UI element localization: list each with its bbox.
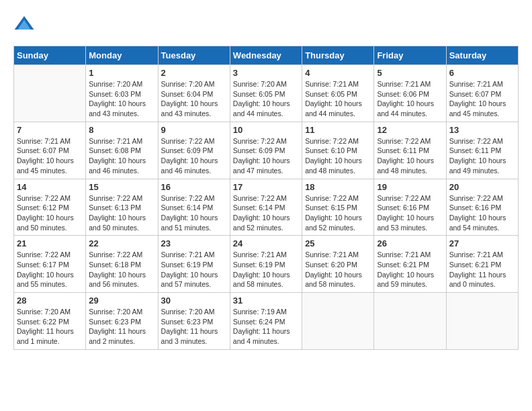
day-number: 7: [17, 125, 83, 135]
day-number: 17: [233, 182, 299, 192]
day-number: 6: [449, 68, 515, 78]
day-info: Sunrise: 7:22 AMSunset: 6:13 PMDaylight:…: [89, 193, 154, 233]
day-info: Sunrise: 7:22 AMSunset: 6:16 PMDaylight:…: [377, 193, 443, 233]
calendar-day-header: Friday: [374, 46, 446, 65]
calendar-day-header: Monday: [86, 46, 158, 65]
calendar-cell: 24 Sunrise: 7:21 AMSunset: 6:19 PMDaylig…: [230, 236, 302, 293]
calendar-cell: 29 Sunrise: 7:20 AMSunset: 6:23 PMDaylig…: [86, 293, 158, 350]
day-info: Sunrise: 7:21 AMSunset: 6:06 PMDaylight:…: [377, 79, 443, 119]
calendar-cell: 21 Sunrise: 7:22 AMSunset: 6:17 PMDaylig…: [14, 236, 86, 293]
day-info: Sunrise: 7:22 AMSunset: 6:16 PMDaylight:…: [449, 193, 515, 233]
day-number: 29: [89, 295, 154, 306]
calendar-cell: 20 Sunrise: 7:22 AMSunset: 6:16 PMDaylig…: [446, 179, 518, 236]
day-info: Sunrise: 7:20 AMSunset: 6:22 PMDaylight:…: [17, 307, 83, 347]
day-info: Sunrise: 7:22 AMSunset: 6:09 PMDaylight:…: [233, 136, 299, 176]
day-info: Sunrise: 7:22 AMSunset: 6:18 PMDaylight:…: [89, 250, 154, 289]
day-number: 24: [233, 238, 299, 248]
day-number: 26: [377, 238, 443, 248]
calendar-table: SundayMondayTuesdayWednesdayThursdayFrid…: [13, 46, 519, 350]
calendar-cell: [302, 293, 374, 350]
calendar-cell: 18 Sunrise: 7:22 AMSunset: 6:15 PMDaylig…: [302, 179, 374, 236]
calendar-cell: 30 Sunrise: 7:20 AMSunset: 6:23 PMDaylig…: [158, 293, 230, 350]
day-number: 9: [161, 125, 227, 135]
day-info: Sunrise: 7:22 AMSunset: 6:10 PMDaylight:…: [305, 136, 371, 176]
day-info: Sunrise: 7:21 AMSunset: 6:21 PMDaylight:…: [377, 250, 443, 289]
calendar-cell: 22 Sunrise: 7:22 AMSunset: 6:18 PMDaylig…: [86, 236, 158, 293]
calendar-cell: 23 Sunrise: 7:21 AMSunset: 6:19 PMDaylig…: [158, 236, 230, 293]
calendar-cell: [446, 293, 518, 350]
day-number: 10: [233, 125, 299, 135]
calendar-cell: 17 Sunrise: 7:22 AMSunset: 6:14 PMDaylig…: [230, 179, 302, 236]
calendar-cell: 5 Sunrise: 7:21 AMSunset: 6:06 PMDayligh…: [374, 65, 446, 122]
logo-icon: [13, 13, 35, 35]
day-number: 23: [161, 238, 227, 248]
day-info: Sunrise: 7:19 AMSunset: 6:24 PMDaylight:…: [233, 307, 299, 347]
day-info: Sunrise: 7:22 AMSunset: 6:14 PMDaylight:…: [233, 193, 299, 233]
day-info: Sunrise: 7:21 AMSunset: 6:19 PMDaylight:…: [161, 250, 227, 289]
day-number: 16: [161, 182, 227, 192]
calendar-day-header: Saturday: [446, 46, 518, 65]
day-number: 18: [305, 182, 371, 192]
calendar-cell: 15 Sunrise: 7:22 AMSunset: 6:13 PMDaylig…: [86, 179, 158, 236]
day-info: Sunrise: 7:22 AMSunset: 6:17 PMDaylight:…: [17, 250, 83, 289]
day-info: Sunrise: 7:20 AMSunset: 6:05 PMDaylight:…: [233, 79, 299, 119]
day-info: Sunrise: 7:21 AMSunset: 6:19 PMDaylight:…: [233, 250, 299, 289]
calendar-cell: 14 Sunrise: 7:22 AMSunset: 6:12 PMDaylig…: [14, 179, 86, 236]
day-number: 11: [305, 125, 371, 135]
day-info: Sunrise: 7:21 AMSunset: 6:21 PMDaylight:…: [449, 250, 515, 289]
calendar-cell: 4 Sunrise: 7:21 AMSunset: 6:05 PMDayligh…: [302, 65, 374, 122]
calendar-cell: 7 Sunrise: 7:21 AMSunset: 6:07 PMDayligh…: [14, 122, 86, 179]
day-info: Sunrise: 7:21 AMSunset: 6:07 PMDaylight:…: [17, 136, 83, 176]
day-number: 3: [233, 68, 299, 78]
day-info: Sunrise: 7:20 AMSunset: 6:23 PMDaylight:…: [161, 307, 227, 347]
day-number: 25: [305, 238, 371, 248]
calendar-week-row: 1 Sunrise: 7:20 AMSunset: 6:03 PMDayligh…: [14, 65, 519, 122]
day-info: Sunrise: 7:21 AMSunset: 6:07 PMDaylight:…: [449, 79, 515, 119]
day-info: Sunrise: 7:22 AMSunset: 6:15 PMDaylight:…: [305, 193, 371, 233]
calendar-day-header: Thursday: [302, 46, 374, 65]
calendar-day-header: Wednesday: [230, 46, 302, 65]
day-number: 13: [449, 125, 515, 135]
day-number: 12: [377, 125, 443, 135]
day-number: 4: [305, 68, 371, 78]
calendar-cell: 12 Sunrise: 7:22 AMSunset: 6:11 PMDaylig…: [374, 122, 446, 179]
logo: [13, 13, 38, 35]
calendar-day-header: Tuesday: [158, 46, 230, 65]
calendar-week-row: 21 Sunrise: 7:22 AMSunset: 6:17 PMDaylig…: [14, 236, 519, 293]
calendar-cell: 2 Sunrise: 7:20 AMSunset: 6:04 PMDayligh…: [158, 65, 230, 122]
calendar-cell: 31 Sunrise: 7:19 AMSunset: 6:24 PMDaylig…: [230, 293, 302, 350]
day-number: 8: [89, 125, 154, 135]
calendar-cell: 28 Sunrise: 7:20 AMSunset: 6:22 PMDaylig…: [14, 293, 86, 350]
calendar-cell: 13 Sunrise: 7:22 AMSunset: 6:11 PMDaylig…: [446, 122, 518, 179]
day-info: Sunrise: 7:22 AMSunset: 6:11 PMDaylight:…: [377, 136, 443, 176]
calendar-week-row: 28 Sunrise: 7:20 AMSunset: 6:22 PMDaylig…: [14, 293, 519, 350]
calendar-cell: 16 Sunrise: 7:22 AMSunset: 6:14 PMDaylig…: [158, 179, 230, 236]
calendar-day-header: Sunday: [14, 46, 86, 65]
calendar-header-row: SundayMondayTuesdayWednesdayThursdayFrid…: [14, 46, 519, 65]
day-number: 5: [377, 68, 443, 78]
calendar-cell: 6 Sunrise: 7:21 AMSunset: 6:07 PMDayligh…: [446, 65, 518, 122]
calendar-cell: [374, 293, 446, 350]
calendar-week-row: 14 Sunrise: 7:22 AMSunset: 6:12 PMDaylig…: [14, 179, 519, 236]
day-number: 30: [161, 295, 227, 306]
calendar-cell: 26 Sunrise: 7:21 AMSunset: 6:21 PMDaylig…: [374, 236, 446, 293]
day-info: Sunrise: 7:22 AMSunset: 6:11 PMDaylight:…: [449, 136, 515, 176]
calendar-cell: 25 Sunrise: 7:21 AMSunset: 6:20 PMDaylig…: [302, 236, 374, 293]
day-number: 1: [89, 68, 154, 78]
day-number: 19: [377, 182, 443, 192]
day-number: 31: [233, 295, 299, 306]
day-info: Sunrise: 7:22 AMSunset: 6:09 PMDaylight:…: [161, 136, 227, 176]
day-number: 14: [17, 182, 83, 192]
calendar-cell: 11 Sunrise: 7:22 AMSunset: 6:10 PMDaylig…: [302, 122, 374, 179]
page-header: [13, 13, 519, 35]
day-info: Sunrise: 7:21 AMSunset: 6:20 PMDaylight:…: [305, 250, 371, 289]
calendar-cell: 10 Sunrise: 7:22 AMSunset: 6:09 PMDaylig…: [230, 122, 302, 179]
day-info: Sunrise: 7:20 AMSunset: 6:03 PMDaylight:…: [89, 79, 154, 119]
day-info: Sunrise: 7:20 AMSunset: 6:23 PMDaylight:…: [89, 307, 154, 347]
day-info: Sunrise: 7:21 AMSunset: 6:08 PMDaylight:…: [89, 136, 154, 176]
day-number: 27: [449, 238, 515, 248]
calendar-cell: 9 Sunrise: 7:22 AMSunset: 6:09 PMDayligh…: [158, 122, 230, 179]
calendar-week-row: 7 Sunrise: 7:21 AMSunset: 6:07 PMDayligh…: [14, 122, 519, 179]
day-info: Sunrise: 7:21 AMSunset: 6:05 PMDaylight:…: [305, 79, 371, 119]
day-info: Sunrise: 7:20 AMSunset: 6:04 PMDaylight:…: [161, 79, 227, 119]
